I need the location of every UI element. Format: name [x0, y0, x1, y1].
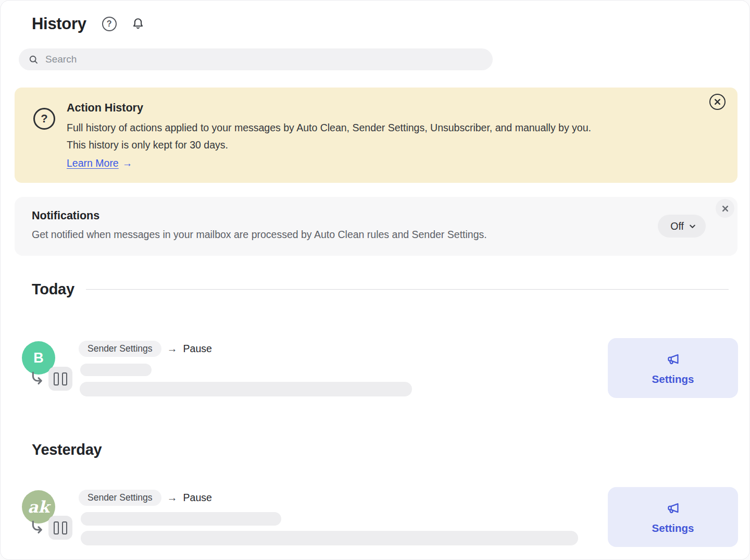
action-result-label: Pause: [183, 343, 212, 355]
section-header-today: Today: [32, 281, 729, 298]
action-source-tag: Sender Settings: [79, 490, 161, 506]
action-history-banner: ? Action History Full history of actions…: [15, 88, 738, 183]
learn-more-link[interactable]: Learn More →: [67, 157, 132, 169]
action-history-content: Action History Full history of actions a…: [67, 102, 696, 169]
search-input[interactable]: [45, 54, 483, 65]
bell-icon: [130, 16, 146, 32]
pause-action-badge: [48, 516, 72, 540]
action-history-text-line2: This history is only kept for 30 days.: [67, 136, 696, 154]
notifications-bell-button[interactable]: [130, 16, 146, 32]
settings-button-label: Settings: [652, 522, 694, 534]
curved-arrow-icon: [29, 369, 46, 386]
action-history-close-button[interactable]: [709, 94, 726, 110]
section-label: Today: [32, 281, 74, 298]
notifications-toggle-value: Off: [670, 220, 684, 232]
action-result-label: Pause: [183, 492, 212, 504]
arrow-right-icon: →: [167, 343, 178, 355]
redacted-subject-bar: [81, 512, 281, 526]
notifications-close-button[interactable]: [716, 199, 734, 218]
item-content: Sender Settings → Pause: [79, 338, 608, 396]
history-item: ak Sender Settings → Pause: [21, 487, 738, 547]
notifications-toggle-dropdown[interactable]: Off: [658, 215, 706, 238]
curved-arrow-icon: [29, 518, 46, 535]
search-icon: [28, 54, 39, 65]
pause-icon: [54, 521, 59, 534]
settings-button[interactable]: Settings: [608, 338, 738, 398]
redacted-detail-bar: [80, 382, 412, 396]
section-label: Yesterday: [32, 441, 102, 458]
item-avatar-group: B: [21, 338, 79, 398]
action-history-text-line1: Full history of actions applied to your …: [67, 119, 696, 136]
pause-icon: [62, 372, 67, 385]
megaphone-icon: [665, 351, 682, 368]
item-content: Sender Settings → Pause: [79, 487, 608, 545]
page-header: History ?: [32, 12, 146, 36]
notifications-description: Get notified when messages in your mailb…: [32, 229, 487, 241]
settings-button-label: Settings: [652, 373, 694, 385]
search-bar: [19, 48, 493, 70]
close-circle-icon: [714, 98, 721, 106]
close-icon: [721, 205, 729, 213]
notifications-banner: Notifications Get notified when messages…: [15, 197, 738, 256]
action-source-tag: Sender Settings: [79, 341, 161, 357]
item-action-row: Sender Settings → Pause: [79, 490, 608, 506]
redacted-subject-bar: [80, 364, 152, 376]
history-item: B Sender Settings → Pause: [21, 338, 738, 398]
question-mark-icon: ?: [107, 19, 112, 29]
arrow-right-icon: →: [122, 157, 133, 169]
chevron-down-icon: [689, 222, 696, 230]
notifications-title: Notifications: [32, 209, 99, 222]
item-action-row: Sender Settings → Pause: [79, 341, 608, 357]
section-header-yesterday: Yesterday: [32, 441, 729, 458]
pause-icon: [62, 521, 67, 534]
learn-more-label: Learn More: [67, 157, 119, 169]
pause-icon: [54, 372, 59, 385]
item-avatar-group: ak: [21, 487, 79, 547]
action-history-title: Action History: [67, 102, 696, 115]
history-page: History ? ? Action History Full: [0, 0, 750, 560]
section-divider: [86, 289, 729, 290]
page-title: History: [32, 15, 86, 33]
redacted-detail-bar: [81, 531, 578, 545]
question-circle-icon: ?: [33, 108, 55, 130]
megaphone-icon: [665, 500, 682, 517]
settings-button[interactable]: Settings: [608, 487, 738, 547]
arrow-right-icon: →: [167, 492, 178, 504]
help-button[interactable]: ?: [102, 17, 117, 31]
pause-action-badge: [48, 367, 72, 391]
